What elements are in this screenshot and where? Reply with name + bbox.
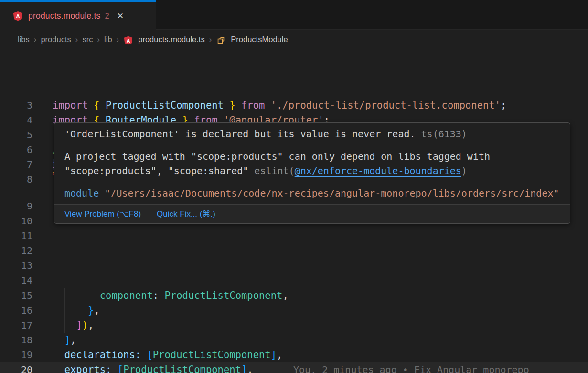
token [159,290,164,301]
chevron-right-icon: › [209,35,212,44]
token: , [70,334,76,346]
hover-text: "/Users/isaac/Documents/code/nx-recipes/… [105,187,559,199]
token: { [94,99,99,111]
token: ] [64,334,70,346]
hover-text: 'OrderListComponent' is declared but its… [64,128,421,140]
token: ; [501,99,506,111]
line-number[interactable]: 11 [0,229,32,243]
token: ] [76,319,82,331]
code-line[interactable]: 16 }, [0,303,588,318]
eslint-rule-link[interactable]: @nx/enforce-module-boundaries [295,165,461,176]
token: './product-list/product-list.component' [271,99,501,111]
chevron-right-icon: › [97,35,100,44]
editor-area[interactable]: 3import { ProductListComponent } from '.… [0,49,588,373]
tab-title: products.module.ts [28,11,100,21]
token [53,290,100,301]
breadcrumb-item-lib[interactable]: lib [104,35,112,44]
code-line[interactable]: 19 declarations: [ProductListComponent], [0,348,588,362]
problem-hover-popup: 'OrderListComponent' is declared but its… [54,122,570,224]
token: ] [271,349,277,361]
code-text: }, [53,303,100,318]
token: ProductListComponent [123,364,241,373]
breadcrumb-item-file[interactable]: products.module.ts [138,35,204,44]
token: ProductListComponent [165,290,283,301]
hover-text: module [64,187,99,199]
line-number[interactable]: 5 [0,128,32,143]
token: [ [118,364,123,373]
token [53,319,76,331]
view-problem-action[interactable]: View Problem (⌥F8) [64,208,141,220]
hover-text [99,187,105,199]
code-text: exports: [ProductListComponent], [53,362,253,373]
code-text: declarations: [ProductListComponent], [53,348,282,362]
code-line[interactable]: 3import { ProductListComponent } from '.… [0,98,588,113]
line-number[interactable]: 12 [0,243,32,258]
token: } [229,99,235,111]
token: , [247,364,253,373]
token [141,349,147,361]
breadcrumb: libs › products › src › lib › A products… [0,30,588,49]
line-number[interactable]: 9 [0,199,32,214]
token: , [88,319,94,331]
code-text: component: ProductListComponent, [53,288,289,303]
breadcrumb-item-products[interactable]: products [41,35,71,44]
hover-action-bar: View Problem (⌥F8)Quick Fix... (⌘.) [54,205,570,223]
code-line[interactable]: 15 component: ProductListComponent, [0,288,588,303]
code-text: import { ProductListComponent } from './… [53,98,506,113]
line-number[interactable]: 3 [0,98,32,113]
code-line[interactable]: 14 [0,273,588,288]
line-number[interactable]: 19 [0,348,32,362]
quick-fix-action[interactable]: Quick Fix... (⌘.) [157,208,215,220]
line-number[interactable]: 10 [0,214,32,229]
token: import [53,99,88,111]
token: , [277,349,282,361]
code-line[interactable]: 20 exports: [ProductListComponent],You, … [0,362,588,373]
tab-products-module[interactable]: A products.module.ts 2 ✕ [0,0,156,30]
code-line[interactable]: 11 [0,229,588,243]
hover-text: ) [461,165,467,176]
token: ProductListComponent [153,349,271,361]
line-number[interactable]: 18 [0,333,32,348]
code-line[interactable]: 13 [0,258,588,273]
hover-message: module "/Users/isaac/Documents/code/nx-r… [54,182,570,205]
line-number[interactable]: 17 [0,318,32,333]
token: declarations [64,349,135,361]
chevron-right-icon: › [117,35,119,44]
token: , [94,305,99,316]
breadcrumb-item-src[interactable]: src [82,35,93,44]
token: [ [147,349,152,361]
line-number[interactable]: 16 [0,303,32,318]
line-number[interactable]: 4 [0,113,32,128]
token [100,99,106,111]
line-number[interactable]: 13 [0,258,32,273]
breadcrumb-item-symbol[interactable]: ProductsModule [231,35,288,44]
svg-text:A: A [16,13,20,20]
code-line[interactable]: 12 [0,243,588,258]
tab-error-count-badge: 2 [105,11,109,21]
token [235,99,241,111]
line-number[interactable]: 14 [0,273,32,288]
svg-text:A: A [127,38,130,44]
token: : [135,349,141,361]
line-number[interactable]: 15 [0,288,32,303]
token: : [153,290,159,301]
token [111,364,117,373]
line-number[interactable]: 7 [0,157,32,172]
tab-bar: A products.module.ts 2 ✕ [0,0,588,30]
chevron-right-icon: › [75,35,78,44]
git-blame-annotation: You, 2 minutes ago • Fix Angular monorep… [293,362,529,373]
breadcrumb-item-libs[interactable]: libs [18,35,30,44]
code-line[interactable]: 17 ]), [0,318,588,333]
close-icon[interactable]: ✕ [117,11,124,21]
hover-text: ts(6133) [421,128,467,140]
vscode-window: A products.module.ts 2 ✕ libs › products… [0,0,588,373]
chevron-right-icon: › [34,35,37,44]
token: ProductListComponent [106,99,224,111]
line-number[interactable]: 20 [0,362,32,373]
line-number[interactable]: 6 [0,143,32,157]
token [265,99,270,111]
class-symbol-icon [216,36,225,45]
code-line[interactable]: 18 ], [0,333,588,348]
hover-message: 'OrderListComponent' is declared but its… [54,123,570,145]
line-number[interactable]: 8 [0,172,32,187]
